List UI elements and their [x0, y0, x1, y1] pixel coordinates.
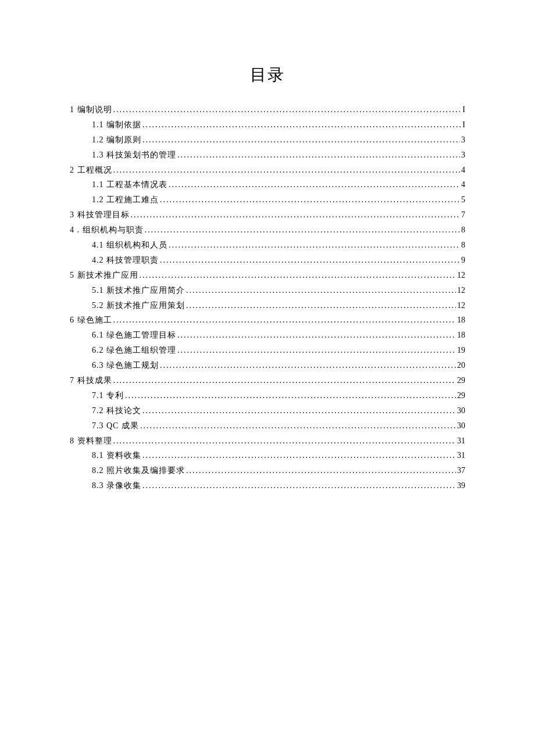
toc-entry-label: 5.1 新技术推广应用简介 — [92, 283, 185, 298]
toc-entry: 1.1 编制依据I — [70, 117, 465, 132]
toc-entry: 4.1 组织机构和人员8 — [70, 238, 465, 253]
toc-entry-label: 6.3 绿色施工规划 — [92, 358, 159, 373]
toc-entry-page: 37 — [457, 463, 465, 478]
toc-entry-label: 7.1 专利 — [92, 388, 124, 403]
toc-entry-page: 8 — [461, 223, 465, 238]
toc-entry-page: 5 — [461, 192, 465, 207]
toc-leader-dots — [169, 238, 460, 253]
toc-entry-page: 30 — [457, 403, 465, 418]
toc-entry: 1.2 编制原则3 — [70, 132, 465, 148]
toc-entry-label: 1.2 编制原则 — [92, 132, 141, 148]
toc-leader-dots — [142, 132, 460, 148]
toc-entry: 8.1 资料收集31 — [70, 448, 465, 463]
toc-entry-page: 30 — [457, 418, 465, 433]
toc-leader-dots — [113, 373, 456, 388]
toc-entry: 4 . 组织机构与职责8 — [70, 223, 465, 238]
toc-entry: 7.3 QC 成果30 — [70, 418, 465, 433]
toc-entry-label: 8.1 资料收集 — [92, 448, 141, 463]
toc-entry-label: 1.2 工程施工难点 — [92, 192, 159, 207]
toc-entry-page: 3 — [461, 132, 465, 148]
toc-entry: 6 绿色施工18 — [70, 313, 465, 328]
toc-entry-page: 31 — [457, 433, 465, 449]
toc-entry: 7 科技成果29 — [70, 373, 465, 388]
toc-leader-dots — [113, 102, 462, 117]
toc-entry-page: 29 — [457, 388, 465, 403]
toc-leader-dots — [160, 192, 460, 207]
toc-entry: 8.3 录像收集39 — [70, 478, 465, 493]
toc-leader-dots — [177, 148, 460, 163]
toc-entry-page: 12 — [457, 298, 465, 313]
toc-entry: 1.2 工程施工难点5 — [70, 192, 465, 207]
toc-entry-page: 29 — [457, 373, 465, 388]
toc-entry-label: 2 工程概况 — [70, 163, 112, 178]
toc-entry-label: 8.3 录像收集 — [92, 478, 141, 493]
toc-entry-page: I — [462, 117, 465, 132]
toc-entry-page: 4 — [461, 163, 465, 178]
toc-entry: 5 新技术推广应用12 — [70, 268, 465, 283]
toc-entry-label: 1.3 科技策划书的管理 — [92, 148, 176, 163]
toc-entry-label: 8 资料整理 — [70, 433, 112, 449]
toc-entry-label: 5.2 新技术推广应用策划 — [92, 298, 185, 313]
toc-leader-dots — [125, 388, 456, 403]
toc-entry-page: 12 — [457, 268, 465, 283]
toc-entry-page: 8 — [461, 238, 465, 253]
toc-entry-page: 12 — [457, 283, 465, 298]
toc-entry: 2 工程概况4 — [70, 163, 465, 178]
toc-entry: 1.3 科技策划书的管理3 — [70, 148, 465, 163]
toc-leader-dots — [142, 478, 456, 493]
toc-entry-page: 18 — [457, 313, 465, 328]
toc-leader-dots — [177, 328, 456, 343]
toc-entry: 6.2 绿色施工组织管理19 — [70, 343, 465, 358]
toc-entry-label: 6.2 绿色施工组织管理 — [92, 343, 176, 358]
toc-leader-dots — [113, 433, 456, 449]
toc-entry-page: 39 — [457, 478, 465, 493]
toc-leader-dots — [160, 253, 460, 268]
toc-leader-dots — [113, 163, 461, 178]
toc-leader-dots — [142, 403, 456, 418]
toc-entry: 5.1 新技术推广应用简介12 — [70, 283, 465, 298]
toc-entry-page: 18 — [457, 328, 465, 343]
toc-leader-dots — [186, 463, 456, 478]
toc-entry-label: 7.2 科技论文 — [92, 403, 141, 418]
toc-leader-dots — [142, 448, 456, 463]
toc-leader-dots — [142, 117, 461, 132]
toc-leader-dots — [160, 358, 456, 373]
page-title: 目录 — [70, 64, 465, 86]
toc-entry-label: 1.1 工程基本情况表 — [92, 177, 167, 192]
toc-entry-label: 8.2 照片收集及编排要求 — [92, 463, 185, 478]
toc-entry-label: 7.3 QC 成果 — [92, 418, 139, 433]
toc-leader-dots — [113, 313, 456, 328]
toc-leader-dots — [140, 268, 456, 283]
toc-entry-page: 20 — [457, 358, 465, 373]
toc-entry-page: 31 — [457, 448, 465, 463]
toc-entry-label: 7 科技成果 — [70, 373, 112, 388]
toc-entry-label: 4.2 科技管理职责 — [92, 253, 159, 268]
toc-entry-label: 4 . 组织机构与职责 — [70, 223, 144, 238]
toc-leader-dots — [177, 343, 456, 358]
toc-entry-page: 9 — [461, 253, 465, 268]
toc-entry-page: 19 — [457, 343, 465, 358]
toc-entry: 1.1 工程基本情况表4 — [70, 177, 465, 192]
toc-entry: 7.1 专利29 — [70, 388, 465, 403]
toc-entry-label: 1 编制说明 — [70, 102, 112, 117]
toc-container: 1 编制说明I1.1 编制依据I1.2 编制原则31.3 科技策划书的管理32 … — [70, 102, 465, 493]
toc-entry-label: 6 绿色施工 — [70, 313, 112, 328]
toc-entry-label: 6.1 绿色施工管理目标 — [92, 328, 176, 343]
toc-entry: 5.2 新技术推广应用策划12 — [70, 298, 465, 313]
toc-entry-page: 7 — [461, 207, 465, 223]
toc-entry-page: 4 — [461, 177, 465, 192]
toc-leader-dots — [145, 223, 461, 238]
toc-entry: 7.2 科技论文30 — [70, 403, 465, 418]
toc-entry-label: 1.1 编制依据 — [92, 117, 141, 132]
toc-leader-dots — [186, 298, 456, 313]
toc-entry-label: 5 新技术推广应用 — [70, 268, 138, 283]
toc-entry: 3 科技管理目标7 — [70, 207, 465, 223]
toc-entry: 1 编制说明I — [70, 102, 465, 117]
toc-entry-page: I — [462, 102, 465, 117]
toc-leader-dots — [186, 283, 456, 298]
toc-entry: 8 资料整理31 — [70, 433, 465, 449]
toc-entry-page: 3 — [461, 148, 465, 163]
toc-leader-dots — [140, 418, 456, 433]
toc-leader-dots — [169, 177, 460, 192]
toc-entry: 4.2 科技管理职责9 — [70, 253, 465, 268]
